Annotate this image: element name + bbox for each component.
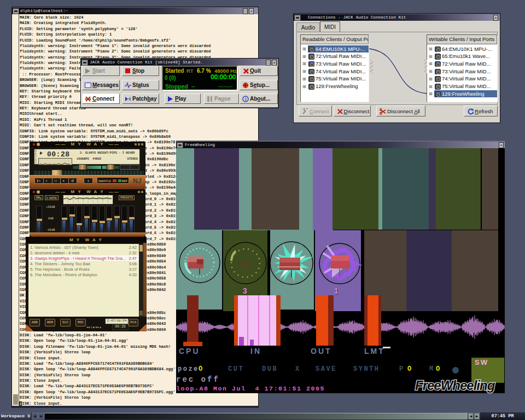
svg-text:i: i	[245, 97, 247, 102]
svg-text:FreeWheeling: FreeWheeling	[415, 378, 495, 393]
